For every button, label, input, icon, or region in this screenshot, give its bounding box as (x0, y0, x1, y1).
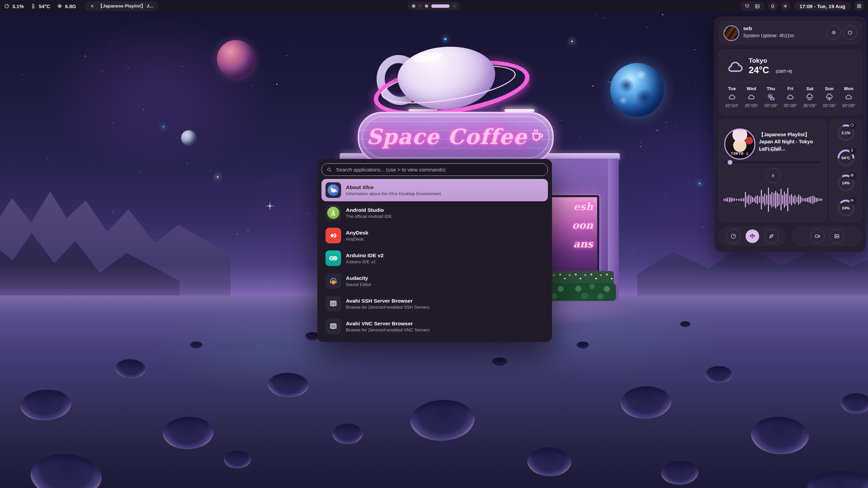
overview-button[interactable] (854, 1, 864, 11)
workspace-indicator[interactable] (408, 2, 460, 10)
crater (332, 424, 363, 444)
wallpaper-icon[interactable] (754, 3, 760, 9)
performance-button[interactable] (726, 229, 741, 243)
crater (190, 342, 203, 349)
workspace-dot[interactable] (412, 4, 415, 8)
thermometer-icon (850, 148, 854, 152)
waveform-bar (741, 198, 742, 201)
scales-icon (749, 233, 755, 239)
waveform-bar (789, 196, 790, 204)
gear-icon (831, 29, 837, 36)
cpu-load-stat: 3.1% (4, 3, 24, 9)
forecast-day: Mon 33°/26° (839, 86, 859, 108)
play-pause-button[interactable] (766, 168, 781, 183)
app-title: Android Studio (346, 207, 392, 213)
app-title: About Xfce (346, 184, 441, 190)
username: seb (743, 25, 752, 31)
progress-bar[interactable] (724, 162, 822, 163)
workspace-dot[interactable] (418, 4, 422, 8)
app-item-arduino[interactable]: Arduino IDE v2 Arduino IDE v2 (321, 247, 548, 269)
weather-city: Tokyo (749, 57, 767, 64)
powersave-button[interactable] (764, 229, 778, 243)
window-neon-text: oon (572, 219, 593, 231)
cpu-load-value: 3.1% (12, 3, 24, 9)
search-input[interactable] (335, 166, 543, 173)
purple-planet (217, 40, 255, 78)
disk-icon (850, 198, 854, 202)
volume-button[interactable] (781, 1, 790, 11)
app-description: Information about the Xfce Desktop Envir… (346, 191, 441, 196)
waveform-bar (747, 196, 748, 203)
star (102, 71, 102, 72)
star (666, 122, 667, 123)
avatar[interactable] (724, 25, 739, 41)
bright-star (217, 176, 218, 178)
waveform-bar (770, 194, 771, 205)
star (706, 133, 707, 134)
anydesk-icon (326, 228, 341, 243)
chip-icon (57, 3, 62, 9)
notifications-button[interactable] (768, 1, 777, 11)
app-item-about-xfce[interactable]: About Xfce Information about the Xfce De… (321, 179, 548, 201)
waveform-bar (778, 194, 780, 205)
app-description: Arduino IDE v2 (346, 259, 383, 264)
track-subtitle: Chill Japan. (759, 147, 780, 152)
app-item-avahi-ssh[interactable]: Avahi SSH Server Browser Browse for Zero… (321, 292, 548, 315)
settings-button[interactable] (827, 25, 841, 40)
system-gauges-card: 3.1% 54°C 14% 24% (829, 119, 862, 222)
waveform-bar (763, 196, 764, 203)
waveform-bar (782, 195, 783, 204)
window-neon-text: esh (573, 201, 593, 212)
power-button[interactable] (843, 25, 857, 40)
nebula (41, 14, 278, 176)
star (248, 230, 249, 231)
screen-record-button[interactable] (810, 229, 825, 243)
divider (724, 82, 856, 82)
app-item-anydesk[interactable]: AnyDesk AnyDesk (321, 224, 548, 247)
waveform-bar (804, 198, 805, 201)
pause-icon (771, 173, 775, 178)
waveform-bar (750, 196, 751, 204)
bright-star (571, 41, 573, 42)
forecast-day: Thu 33°/26° (761, 86, 781, 108)
forecast-day: Wed 35°/25° (742, 86, 761, 108)
waveform-bar (777, 192, 778, 207)
progress-knob[interactable] (728, 160, 732, 165)
star (610, 82, 611, 83)
now-playing-pill[interactable]: 【Japanese Playlist】 J... (85, 1, 158, 11)
cat-icon[interactable] (744, 3, 750, 9)
forecast-row: Tue 33°/24° Wed 35°/25° Thu 33°/26° Fri … (722, 86, 859, 108)
speedometer-icon (730, 233, 736, 239)
side-panel: seb System Uptime: 4h11m Tokyo 24°C (GMT… (714, 17, 866, 252)
star (276, 84, 277, 85)
waveform-bar (793, 196, 794, 203)
app-launcher: About Xfce Information about the Xfce De… (317, 159, 552, 342)
app-item-audacity[interactable]: Audacity Sound Editor (321, 270, 548, 292)
space-coffee-sign: Space Coffee (358, 112, 554, 163)
app-item-android-studio[interactable]: Android Studio The official Android IDE (321, 202, 548, 224)
star (606, 110, 607, 110)
workspace-dot[interactable] (453, 4, 456, 8)
weather-icon (728, 93, 736, 102)
wallpaper-button[interactable] (830, 229, 844, 243)
wallpaper-icon (834, 233, 840, 239)
crater (224, 451, 251, 468)
waveform-bar (725, 198, 726, 201)
clock[interactable]: 17:09 - Tue, 19 Aug (794, 2, 851, 11)
balanced-mode-button[interactable] (746, 229, 759, 243)
launcher-search-bar[interactable] (321, 163, 548, 176)
app-item-avahi-vnc[interactable]: Avahi VNC Server Browser Browse for Zero… (321, 315, 548, 338)
workspace-dot-active[interactable] (431, 4, 450, 8)
android-studio-icon (326, 205, 341, 221)
top-bar-right: 17:09 - Tue, 19 Aug (740, 1, 864, 11)
waveform-bar (757, 195, 758, 204)
coffee-cup-icon (529, 127, 545, 143)
waveform-bar (809, 197, 810, 203)
app-description: Browse for Zeroconf-enabled VNC Servers (346, 327, 430, 332)
small-moon (181, 130, 197, 146)
waveform-bar (820, 198, 821, 201)
clock-text: 17:09 - Tue, 19 Aug (800, 3, 845, 9)
album-art: TOKYO L (724, 128, 755, 160)
waveform-bar (732, 198, 733, 201)
workspace-dot[interactable] (425, 4, 428, 8)
